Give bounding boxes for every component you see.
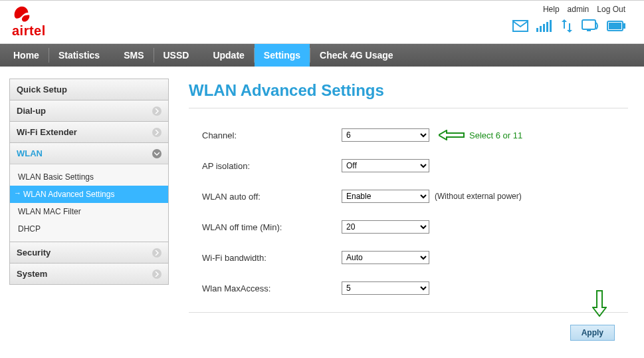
nav-update[interactable]: Update <box>203 44 253 67</box>
sidebar-system[interactable]: System <box>10 264 168 284</box>
sidebar-dialup[interactable]: Dial-up <box>10 100 168 121</box>
monitor-icon <box>582 19 599 33</box>
annotation-apply-arrow <box>592 290 607 319</box>
sidebar-quick-setup-label: Quick Setup <box>17 85 67 94</box>
nav-ussd[interactable]: USSD <box>154 44 199 67</box>
select-ap-isolation[interactable]: Off <box>342 159 429 172</box>
sidebar-system-label: System <box>17 269 47 279</box>
sidebar-security[interactable]: Security <box>10 242 168 263</box>
svg-rect-1 <box>536 28 538 32</box>
label-channel: Channel: <box>202 130 342 140</box>
sidebar-quick-setup[interactable]: Quick Setup <box>10 79 168 100</box>
annotation-channel: Select 6 or 11 <box>439 130 522 140</box>
svg-rect-2 <box>540 26 542 32</box>
nav-statistics[interactable]: Statistics <box>49 44 109 67</box>
row-wlan-maxaccess: Wlan MaxAccess: 5 <box>189 281 628 295</box>
chevron-down-icon <box>152 149 161 158</box>
nav-sms[interactable]: SMS <box>114 44 153 67</box>
label-wlan-off-time: WLAN off time (Min): <box>202 222 342 232</box>
brand-name: airtel <box>12 23 46 39</box>
select-wlan-auto-off[interactable]: Enable <box>342 190 429 203</box>
nav-home[interactable]: Home <box>4 44 49 67</box>
help-link[interactable]: Help <box>543 5 560 14</box>
main-nav: Home Statistics SMS USSD Update Settings… <box>0 44 644 67</box>
select-channel[interactable]: 6 <box>342 128 429 142</box>
row-wlan-auto-off: WLAN auto off: Enable (Without external … <box>189 190 628 203</box>
sidebar-wlan-mac[interactable]: WLAN MAC Filter <box>10 203 168 220</box>
sidebar-wlan[interactable]: WLAN <box>10 143 168 164</box>
nav-settings[interactable]: Settings <box>255 44 310 67</box>
status-icon-row <box>512 19 625 33</box>
page-title: WLAN Advanced Settings <box>189 79 628 108</box>
sidebar-wlan-advanced[interactable]: WLAN Advanced Settings <box>10 186 168 203</box>
arrow-down-icon <box>592 290 607 317</box>
apply-row: Apply <box>189 312 628 341</box>
chevron-right-icon <box>152 269 161 279</box>
label-wifi-bandwidth: Wi-Fi bandwidth: <box>202 253 342 263</box>
row-wlan-off-time: WLAN off time (Min): 20 <box>189 220 628 234</box>
svg-rect-5 <box>550 20 552 32</box>
logout-link[interactable]: Log Out <box>597 5 625 14</box>
nav-check-4g[interactable]: Check 4G Usage <box>310 44 403 67</box>
admin-link[interactable]: admin <box>568 5 590 14</box>
brand-logo: airtel <box>12 3 46 39</box>
svg-rect-7 <box>587 30 591 31</box>
select-wlan-off-time[interactable]: 20 <box>342 220 429 234</box>
chevron-right-icon <box>152 128 161 137</box>
mail-icon[interactable] <box>512 20 528 32</box>
signal-icon <box>536 20 552 32</box>
chevron-right-icon <box>152 248 161 258</box>
sidebar-wlan-basic[interactable]: WLAN Basic Settings <box>10 168 168 186</box>
svg-rect-6 <box>582 20 595 29</box>
sidebar-wlan-label: WLAN <box>17 148 43 158</box>
svg-rect-4 <box>546 22 548 32</box>
svg-rect-10 <box>623 23 625 29</box>
select-wifi-bandwidth[interactable]: Auto <box>342 251 429 264</box>
data-transfer-icon <box>560 19 574 33</box>
svg-rect-3 <box>543 24 545 32</box>
row-wifi-bandwidth: Wi-Fi bandwidth: Auto <box>189 251 628 264</box>
header-links: Help admin Log Out <box>543 3 625 19</box>
row-channel: Channel: 6 Select 6 or 11 <box>189 128 628 142</box>
svg-rect-9 <box>609 23 621 29</box>
row-ap-isolation: AP isolation: Off <box>189 159 628 172</box>
sidebar-security-label: Security <box>17 248 51 258</box>
settings-sidebar: Quick Setup Dial-up Wi-Fi Extender WLAN … <box>9 79 169 341</box>
top-bar: airtel Help admin Log Out <box>0 0 644 44</box>
chevron-right-icon <box>152 106 161 116</box>
annotation-channel-text: Select 6 or 11 <box>469 130 522 140</box>
airtel-swirl-icon <box>12 5 32 25</box>
sidebar-dialup-label: Dial-up <box>17 106 46 116</box>
label-wlan-maxaccess: Wlan MaxAccess: <box>202 283 342 293</box>
apply-button[interactable]: Apply <box>570 325 615 341</box>
sidebar-wifi-extender[interactable]: Wi-Fi Extender <box>10 122 168 142</box>
label-wlan-auto-off: WLAN auto off: <box>202 192 342 202</box>
label-ap-isolation: AP isolation: <box>202 161 342 171</box>
select-wlan-maxaccess[interactable]: 5 <box>342 281 429 295</box>
battery-icon <box>607 21 625 31</box>
sidebar-wifi-extender-label: Wi-Fi Extender <box>17 127 77 137</box>
trail-wlan-auto-off: (Without external power) <box>435 192 522 201</box>
main-panel: WLAN Advanced Settings Channel: 6 Select… <box>189 79 635 341</box>
sidebar-wlan-submenu: WLAN Basic Settings WLAN Advanced Settin… <box>10 164 168 242</box>
sidebar-wlan-dhcp[interactable]: DHCP <box>10 220 168 238</box>
arrow-left-icon <box>439 130 465 140</box>
